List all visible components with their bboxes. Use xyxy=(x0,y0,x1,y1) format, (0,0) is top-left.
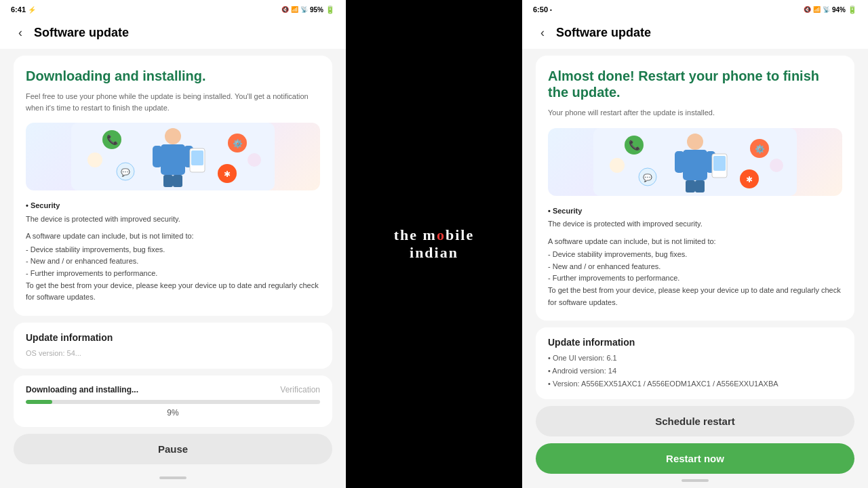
svg-point-36 xyxy=(610,158,625,173)
right-update-detail-0: • One UI version: 6.1 xyxy=(548,352,842,365)
left-info-item-3: To get the best from your device, please… xyxy=(26,280,320,304)
right-nav-title: Software update xyxy=(556,26,651,40)
svg-point-17 xyxy=(87,152,102,167)
svg-point-1 xyxy=(165,128,181,144)
left-info-item-1: - New and / or enhanced features. xyxy=(26,256,320,268)
left-info-item-2: - Further improvements to performance. xyxy=(26,268,320,280)
right-back-button[interactable]: ‹ xyxy=(533,23,552,42)
right-info-item-3: To get the best from your device, please… xyxy=(548,285,842,308)
left-illustration-svg: 📞 ⚙️ 💬 ✱ xyxy=(26,123,320,190)
right-info-item-1: - New and / or enhanced features. xyxy=(548,261,842,273)
left-status-bar-left: 6:41 ⚡ xyxy=(11,5,36,14)
right-phone-screen: 6:50 • 🔇 📶 📡 94% 🔋 ‹ Software update Alm… xyxy=(522,0,868,488)
right-info-title: A software update can include, but is no… xyxy=(548,236,842,248)
right-info-item-0: - Device stability improvements, bug fix… xyxy=(548,249,842,261)
svg-text:📞: 📞 xyxy=(629,140,641,151)
left-main-title: Downloading and installing. xyxy=(26,68,320,84)
right-status-bar-right: 🔇 📶 📡 94% 🔋 xyxy=(804,5,857,14)
svg-rect-25 xyxy=(695,180,705,192)
watermark-red-char: o xyxy=(437,226,446,243)
right-signal-icon: 📡 xyxy=(823,6,830,13)
left-update-version: OS version: 54... xyxy=(26,347,320,360)
right-volume-icon: 🔇 xyxy=(804,6,811,13)
left-status-bar: 6:41 ⚡ 🔇 📶 📡 95% 🔋 xyxy=(0,0,346,16)
right-wifi-icon: 📶 xyxy=(813,6,821,13)
left-content: Downloading and installing. Feel free to… xyxy=(0,49,346,488)
svg-rect-24 xyxy=(686,180,695,192)
svg-text:📞: 📞 xyxy=(106,134,119,146)
right-illustration-svg: 📞 ⚙️ 💬 ✱ xyxy=(548,128,842,196)
right-illustration: 📞 ⚙️ 💬 ✱ xyxy=(548,128,842,196)
right-security-text: The device is protected with improved se… xyxy=(548,218,842,230)
right-update-info-title: Update information xyxy=(548,337,842,348)
left-info-item-0: - Device stability improvements, bug fix… xyxy=(26,244,320,256)
watermark-text: the mobileindian xyxy=(394,226,474,262)
right-main-card: Almost done! Restart your phone to finis… xyxy=(536,56,854,321)
left-scroll-indicator xyxy=(159,476,186,479)
left-progress-label-right: Verification xyxy=(280,385,320,394)
left-back-button[interactable]: ‹ xyxy=(11,23,30,42)
svg-text:✱: ✱ xyxy=(224,169,231,179)
svg-text:⚙️: ⚙️ xyxy=(233,138,243,148)
left-nav-header: ‹ Software update xyxy=(0,16,346,49)
right-update-detail-2: • Version: A556EXX51AXC1 / A556EODM1AXC1… xyxy=(548,378,842,390)
right-info-item-2: - Further improvements to performance. xyxy=(548,272,842,285)
left-update-info-title: Update information xyxy=(26,332,320,343)
right-restart-now-button[interactable]: Restart now xyxy=(536,443,854,474)
right-update-detail-1: • Android version: 14 xyxy=(548,365,842,378)
right-security-title: • Security xyxy=(548,205,842,218)
left-subtitle: Feel free to use your phone while the up… xyxy=(26,91,320,113)
left-info-title: A software update can include, but is no… xyxy=(26,230,320,243)
right-status-bar-left: 6:50 • xyxy=(533,5,552,14)
svg-rect-22 xyxy=(675,151,684,173)
left-status-bar-right: 🔇 📶 📡 95% 🔋 xyxy=(281,5,335,14)
left-info-text: • Security The device is protected with … xyxy=(26,200,320,304)
left-progress-labels: Downloading and installing... Verificati… xyxy=(26,385,320,394)
left-battery-icon: 🔋 xyxy=(326,5,335,14)
right-info-text: • Security The device is protected with … xyxy=(548,205,842,309)
right-time: 6:50 xyxy=(533,5,548,14)
left-volume-icon: 🔇 xyxy=(281,6,289,13)
right-status-bar: 6:50 • 🔇 📶 📡 94% 🔋 xyxy=(522,0,868,16)
right-main-title: Almost done! Restart your phone to finis… xyxy=(548,68,842,100)
left-illustration: 📞 ⚙️ 💬 ✱ xyxy=(26,123,320,190)
right-back-icon: ‹ xyxy=(540,26,545,40)
screens-container: 6:41 ⚡ 🔇 📶 📡 95% 🔋 ‹ Software update Dow… xyxy=(0,0,868,488)
left-progress-percent: 9% xyxy=(26,408,320,418)
svg-text:💬: 💬 xyxy=(643,173,652,182)
left-update-info-card: Update information OS version: 54... xyxy=(14,323,332,369)
right-schedule-restart-button[interactable]: Schedule restart xyxy=(536,406,854,436)
left-progress-bar-container xyxy=(26,400,320,404)
svg-rect-5 xyxy=(163,175,173,187)
left-progress-bar-fill xyxy=(26,400,52,404)
right-content: Almost done! Restart your phone to finis… xyxy=(522,49,868,488)
left-progress-card: Downloading and installing... Verificati… xyxy=(14,375,332,427)
svg-rect-27 xyxy=(713,156,726,171)
svg-point-37 xyxy=(770,159,783,172)
svg-text:💬: 💬 xyxy=(121,167,130,177)
left-signal-icon: 📡 xyxy=(300,6,308,13)
left-time: 6:41 xyxy=(11,5,26,14)
right-subtitle: Your phone will restart after the update… xyxy=(548,107,842,119)
svg-point-20 xyxy=(687,134,703,150)
svg-text:✱: ✱ xyxy=(746,175,753,184)
right-battery-icon: 🔋 xyxy=(848,5,857,14)
right-scroll-indicator xyxy=(682,479,709,482)
left-battery-text: 95% xyxy=(310,6,323,14)
right-nav-header: ‹ Software update xyxy=(522,16,868,49)
left-phone-screen: 6:41 ⚡ 🔇 📶 📡 95% 🔋 ‹ Software update Dow… xyxy=(0,0,346,488)
right-dot-icon: • xyxy=(550,7,552,13)
right-update-info-card: Update information • One UI version: 6.1… xyxy=(536,327,854,399)
left-nav-title: Software update xyxy=(34,26,129,40)
svg-rect-3 xyxy=(153,146,162,167)
left-pause-button[interactable]: Pause xyxy=(14,434,332,464)
left-wifi-icon: 📶 xyxy=(291,6,298,13)
left-progress-label-left: Downloading and installing... xyxy=(26,385,138,394)
svg-rect-2 xyxy=(161,144,185,175)
svg-text:⚙️: ⚙️ xyxy=(755,144,765,154)
left-security-title: • Security xyxy=(26,200,320,212)
left-charge-icon: ⚡ xyxy=(28,6,36,14)
svg-point-18 xyxy=(248,153,261,167)
left-main-card: Downloading and installing. Feel free to… xyxy=(14,56,332,316)
left-back-icon: ‹ xyxy=(18,26,22,40)
